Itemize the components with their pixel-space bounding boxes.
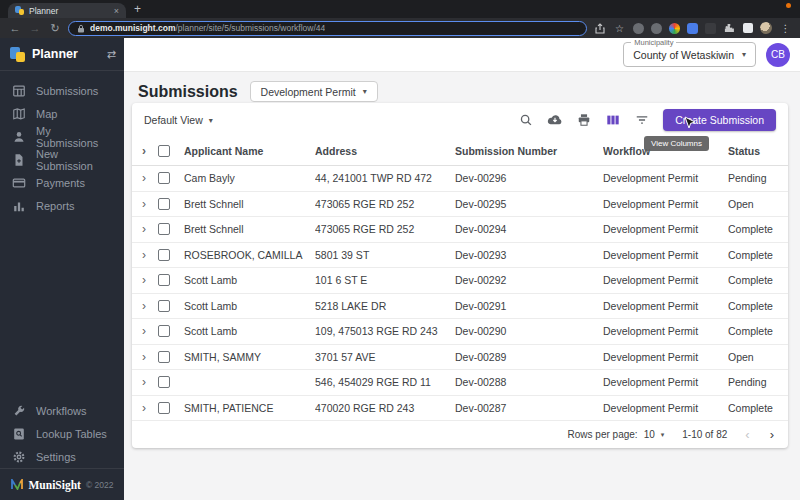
next-page-icon[interactable]: › xyxy=(770,427,774,442)
url-host: demo.munisight.com xyxy=(90,23,175,33)
row-checkbox[interactable] xyxy=(158,376,170,388)
row-checkbox[interactable] xyxy=(158,198,170,210)
person-icon xyxy=(12,130,26,144)
table-pagination: Rows per page: 10 ▾ 1-10 of 82 ‹ › xyxy=(132,421,788,448)
search-icon[interactable] xyxy=(518,112,534,128)
sidebar-collapse-icon[interactable]: ⇄ xyxy=(107,48,116,61)
table-row[interactable]: › Scott Lamb 101 6 ST E Dev-00292 Develo… xyxy=(132,268,788,294)
expand-row-icon[interactable]: › xyxy=(142,172,158,184)
table-row[interactable]: › SMITH, SAMMY 3701 57 AVE Dev-00289 Dev… xyxy=(132,345,788,371)
bookmark-star-icon[interactable]: ☆ xyxy=(613,22,626,35)
column-header-submission-number[interactable]: Submission Number xyxy=(455,145,603,157)
extension-icon[interactable] xyxy=(651,23,662,34)
download-icon[interactable] xyxy=(547,112,563,128)
row-checkbox[interactable] xyxy=(158,300,170,312)
select-all-checkbox[interactable] xyxy=(158,145,170,157)
bar-chart-icon xyxy=(12,199,26,213)
expand-row-icon[interactable]: › xyxy=(142,351,158,363)
expand-all-icon[interactable]: › xyxy=(142,145,158,157)
view-columns-icon[interactable] xyxy=(605,112,621,128)
workflow-filter-dropdown[interactable]: Development Permit ▾ xyxy=(250,81,378,102)
table-row[interactable]: › SMITH, PATIENCE 470020 RGE RD 243 Dev-… xyxy=(132,396,788,422)
address-bar[interactable]: demo.munisight.com/planner/site/5/submis… xyxy=(68,21,587,36)
content-area: Submissions Development Permit ▾ Default… xyxy=(124,72,800,500)
previous-page-icon[interactable]: ‹ xyxy=(745,427,749,442)
expand-row-icon[interactable]: › xyxy=(142,402,158,414)
back-icon[interactable]: ← xyxy=(8,22,22,34)
status-badge: Open xyxy=(728,198,788,210)
extensions-puzzle-icon[interactable] xyxy=(723,22,736,35)
extension-icon[interactable] xyxy=(687,23,698,34)
wrench-icon xyxy=(12,404,26,418)
municipality-value: County of Wetaskiwin xyxy=(633,49,734,61)
sidebar-item-settings[interactable]: Settings xyxy=(0,445,124,468)
status-badge: Complete xyxy=(728,325,788,337)
status-badge: Open xyxy=(728,351,788,363)
sidebar-item-reports[interactable]: Reports xyxy=(0,194,124,217)
sidebar-item-payments[interactable]: Payments xyxy=(0,171,124,194)
tab-close-icon[interactable]: × xyxy=(114,6,119,16)
row-checkbox[interactable] xyxy=(158,402,170,414)
browser-profile-avatar[interactable] xyxy=(760,22,772,34)
expand-row-icon[interactable]: › xyxy=(142,249,158,261)
user-avatar[interactable]: CB xyxy=(766,43,790,67)
browser-tab[interactable]: Planner × xyxy=(8,3,126,18)
browser-menu-icon[interactable]: ⋮ xyxy=(779,22,792,35)
table-row[interactable]: › ROSEBROOK, CAMILLA 5801 39 ST Dev-0029… xyxy=(132,243,788,269)
row-checkbox[interactable] xyxy=(158,172,170,184)
tab-title: Planner xyxy=(29,6,109,16)
expand-row-icon[interactable]: › xyxy=(142,274,158,286)
row-checkbox[interactable] xyxy=(158,223,170,235)
submissions-card: Default View ▾ xyxy=(132,103,788,448)
sidebar-item-lookup-tables[interactable]: Lookup Tables xyxy=(0,422,124,445)
table-row[interactable]: › Cam Bayly 44, 241001 TWP RD 472 Dev-00… xyxy=(132,166,788,192)
browser-toolbar: ← → ↻ demo.munisight.com/planner/site/5/… xyxy=(0,18,800,38)
municipality-select[interactable]: Municipality County of Wetaskiwin ▾ xyxy=(623,42,756,67)
reload-icon[interactable]: ↻ xyxy=(48,22,62,35)
rows-per-page[interactable]: Rows per page: 10 ▾ xyxy=(568,429,665,440)
extension-icon[interactable] xyxy=(705,23,716,34)
column-header-applicant[interactable]: Applicant Name xyxy=(184,145,315,157)
sidebar-item-workflows[interactable]: Workflows xyxy=(0,399,124,422)
column-header-address[interactable]: Address xyxy=(315,145,455,157)
expand-row-icon[interactable]: › xyxy=(142,325,158,337)
browser-tab-strip: Planner × + xyxy=(0,0,800,18)
main-area: Municipality County of Wetaskiwin ▾ CB S… xyxy=(124,38,800,500)
table-row[interactable]: › Brett Schnell 473065 RGE RD 252 Dev-00… xyxy=(132,217,788,243)
sidebar-item-new-submission[interactable]: New Submission xyxy=(0,148,124,171)
extension-icon[interactable] xyxy=(669,23,680,34)
forward-icon[interactable]: → xyxy=(28,22,42,34)
status-badge: Complete xyxy=(728,300,788,312)
extension-icon[interactable] xyxy=(633,23,644,34)
expand-row-icon[interactable]: › xyxy=(142,300,158,312)
filter-icon[interactable] xyxy=(634,112,650,128)
new-tab-button[interactable]: + xyxy=(134,2,141,16)
page-title: Submissions xyxy=(138,83,238,101)
credit-card-icon xyxy=(12,176,26,190)
expand-row-icon[interactable]: › xyxy=(142,376,158,388)
title-row: Submissions Development Permit ▾ xyxy=(138,81,378,102)
column-header-status[interactable]: Status xyxy=(728,145,788,157)
table-row[interactable]: › Brett Schnell 473065 RGE RD 252 Dev-00… xyxy=(132,192,788,218)
expand-row-icon[interactable]: › xyxy=(142,223,158,235)
copyright: © 2022 xyxy=(86,480,114,490)
row-checkbox[interactable] xyxy=(158,249,170,261)
print-icon[interactable] xyxy=(576,112,592,128)
row-checkbox[interactable] xyxy=(158,274,170,286)
sidebar-item-submissions[interactable]: Submissions xyxy=(0,79,124,102)
row-checkbox[interactable] xyxy=(158,325,170,337)
create-submission-button[interactable]: Create Submission xyxy=(663,109,776,131)
row-checkbox[interactable] xyxy=(158,351,170,363)
table-row[interactable]: › 546, 454029 RGE RD 11 Dev-00288 Develo… xyxy=(132,370,788,396)
table-row[interactable]: › Scott Lamb 5218 LAKE DR Dev-00291 Deve… xyxy=(132,294,788,320)
view-selector[interactable]: Default View ▾ xyxy=(144,114,213,126)
browser-update-badge xyxy=(786,3,791,8)
share-icon[interactable] xyxy=(593,22,606,35)
side-panel-icon[interactable] xyxy=(743,23,753,33)
table-row[interactable]: › Scott Lamb 109, 475013 RGE RD 243 Dev-… xyxy=(132,319,788,345)
sidebar-item-map[interactable]: Map xyxy=(0,102,124,125)
status-badge: Complete xyxy=(728,249,788,261)
sidebar-item-my-submissions[interactable]: My Submissions xyxy=(0,125,124,148)
expand-row-icon[interactable]: › xyxy=(142,198,158,210)
url-text: demo.munisight.com/planner/site/5/submis… xyxy=(90,23,325,33)
